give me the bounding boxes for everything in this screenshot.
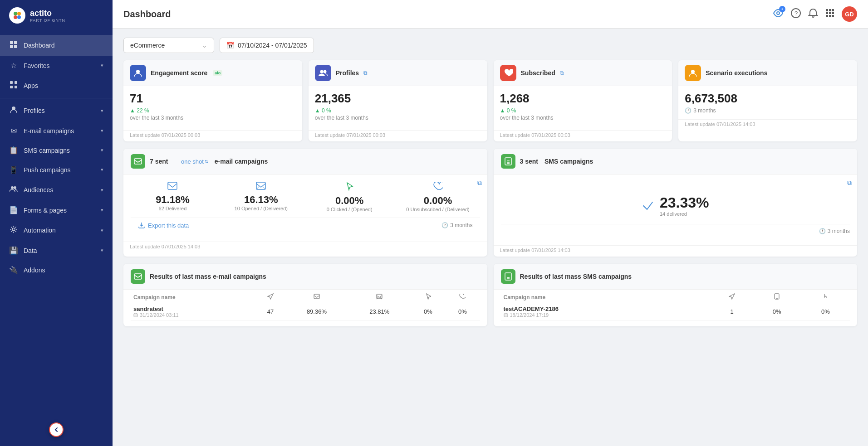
campaign-date: 31/12/2024 03:11 bbox=[133, 312, 253, 318]
logo-name: actito bbox=[30, 9, 65, 18]
subscribed-value: 1,268 bbox=[500, 92, 666, 106]
avatar[interactable]: GD bbox=[842, 6, 857, 22]
sidebar-item-automation-label: Automation bbox=[24, 227, 95, 234]
help-icon[interactable]: ? bbox=[791, 8, 801, 20]
chevron-down-icon: ▾ bbox=[101, 128, 103, 134]
main-area: Dashboard 1 ? GD eCommerce ⌄ bbox=[113, 0, 868, 446]
email-results-title: Results of last mass e-mail campaigns bbox=[150, 273, 266, 280]
subscribed-body: 1,268 ▲ 0 % over the last 3 months bbox=[494, 86, 672, 128]
export-data-link[interactable]: Export this data bbox=[138, 222, 189, 229]
sidebar-item-profiles[interactable]: Profiles ▾ bbox=[0, 100, 113, 121]
chevron-down-icon: ▾ bbox=[101, 63, 103, 68]
email-col-opened bbox=[348, 290, 411, 303]
sms-results-title: Results of last mass SMS campaigns bbox=[520, 273, 632, 280]
email-campaign-footer: Export this data 🕐 3 months bbox=[131, 218, 480, 233]
email-ext-link-icon[interactable]: ⧉ bbox=[477, 179, 482, 187]
engagement-score-card: Engagement score aio 71 ▲ 22 % over the … bbox=[123, 60, 302, 141]
clicked-icon bbox=[308, 182, 392, 193]
aio-badge: aio bbox=[213, 70, 222, 76]
svg-point-30 bbox=[323, 70, 326, 73]
svg-rect-23 bbox=[829, 12, 831, 14]
logo-icon bbox=[9, 7, 25, 24]
sms-delivered-label: 14 delivered bbox=[660, 211, 709, 217]
subscribed-card: Subscribed ⧉ 1,268 ▲ 0 % over the last 3… bbox=[494, 60, 672, 141]
svg-point-16 bbox=[777, 12, 780, 15]
engagement-score-title: Engagement score bbox=[151, 69, 207, 77]
svg-rect-9 bbox=[15, 81, 17, 84]
sidebar-item-forms-pages[interactable]: 📄 Forms & pages ▾ bbox=[0, 200, 113, 220]
svg-point-29 bbox=[320, 70, 323, 73]
profiles-ext-link[interactable]: ⧉ bbox=[363, 70, 368, 76]
chevron-down-icon: ▾ bbox=[101, 147, 103, 153]
sidebar-item-profiles-label: Profiles bbox=[24, 107, 95, 114]
page-title: Dashboard bbox=[123, 9, 171, 19]
one-shot-select[interactable]: one shot ⇅ bbox=[181, 158, 208, 165]
sidebar-collapse-button[interactable] bbox=[49, 422, 64, 437]
engagement-icon bbox=[130, 65, 146, 81]
svg-rect-36 bbox=[134, 274, 142, 279]
email-results-card: Results of last mass e-mail campaigns Ca… bbox=[123, 264, 487, 326]
subscribed-icon bbox=[500, 65, 516, 81]
sidebar-item-addons[interactable]: 🔌 Addons bbox=[0, 260, 113, 280]
universe-select[interactable]: eCommerce ⌄ bbox=[123, 38, 214, 53]
email-campaign-card: 7 sent one shot ⇅ e-mail campaigns ⧉ bbox=[123, 149, 487, 257]
campaign-name: sandratest bbox=[133, 305, 253, 312]
sidebar: actito PART OF GNTN Dashboard ☆ Favorite… bbox=[0, 0, 113, 446]
chevron-down-icon: ▾ bbox=[101, 167, 103, 173]
sms-campaign-date: 18/12/2024 17:19 bbox=[504, 312, 709, 318]
profiles-footer: Latest update 07/01/2025 00:03 bbox=[309, 130, 487, 141]
clicked-percent: 0.00% bbox=[308, 195, 392, 207]
sidebar-item-audiences[interactable]: Audiences ▾ bbox=[0, 179, 113, 200]
opened-metric: 16.13% 10 Opened / (Delivered) bbox=[219, 182, 303, 212]
svg-rect-8 bbox=[10, 81, 13, 84]
sidebar-item-apps[interactable]: Apps bbox=[0, 75, 113, 96]
unsubscribed-icon bbox=[396, 182, 480, 193]
logo-subtitle: PART OF GNTN bbox=[30, 18, 65, 23]
sms-col-clicked bbox=[801, 290, 850, 303]
email-results-header: Results of last mass e-mail campaigns bbox=[123, 264, 487, 290]
sidebar-item-push-campaigns[interactable]: 📱 Push campaigns ▾ bbox=[0, 160, 113, 179]
grid-icon[interactable] bbox=[825, 9, 834, 20]
sidebar-item-email-campaigns[interactable]: ✉ E-mail campaigns ▾ bbox=[0, 121, 113, 141]
sidebar-item-sms-campaigns[interactable]: 📋 SMS campaigns ▾ bbox=[0, 141, 113, 160]
sidebar-item-data-label: Data bbox=[24, 247, 95, 254]
profiles-header: Profiles ⧉ bbox=[309, 60, 487, 86]
eye-icon[interactable]: 1 bbox=[773, 8, 784, 21]
sidebar-item-data[interactable]: 💾 Data ▾ bbox=[0, 241, 113, 260]
email-campaign-header: 7 sent one shot ⇅ e-mail campaigns bbox=[123, 149, 487, 175]
sidebar-item-audiences-label: Audiences bbox=[24, 186, 95, 194]
email-row-delivered: 89.36% bbox=[285, 303, 348, 321]
svg-rect-33 bbox=[168, 182, 177, 189]
email-row-opened: 23.81% bbox=[348, 303, 411, 321]
unsubscribed-metric: 0.00% 0 Unsubscribed / (Delivered) bbox=[396, 182, 480, 212]
sms-table-row: testACADEMY-2186 18/12/2024 17:19 1 0% 0… bbox=[501, 303, 850, 321]
sms-ext-link-icon[interactable]: ⧉ bbox=[847, 179, 852, 187]
scenario-clock-period: 3 months bbox=[693, 107, 716, 114]
email-clock-period: 3 months bbox=[450, 222, 472, 228]
sidebar-item-automation[interactable]: Automation ▾ bbox=[0, 220, 113, 241]
sms-campaign-name: testACADEMY-2186 bbox=[504, 305, 709, 312]
svg-rect-21 bbox=[832, 9, 834, 11]
sidebar-item-favorites[interactable]: ☆ Favorites ▾ bbox=[0, 56, 113, 75]
push-icon: 📱 bbox=[9, 165, 18, 174]
opened-percent: 16.13% bbox=[219, 194, 303, 206]
svg-point-3 bbox=[17, 15, 21, 19]
date-range-value: 07/10/2024 - 07/01/2025 bbox=[238, 42, 307, 49]
chevron-up-down-icon: ⇅ bbox=[205, 159, 208, 164]
bell-icon[interactable] bbox=[808, 8, 818, 20]
svg-text:?: ? bbox=[794, 10, 798, 17]
opened-icon bbox=[219, 182, 303, 192]
email-col-clicked bbox=[411, 290, 446, 303]
sidebar-item-dashboard[interactable]: Dashboard bbox=[0, 35, 113, 56]
svg-point-31 bbox=[691, 70, 695, 73]
sidebar-item-forms-label: Forms & pages bbox=[24, 207, 95, 214]
subscribed-ext-link[interactable]: ⧉ bbox=[560, 70, 564, 76]
sms-campaign-card: 3 sent SMS campaigns ⧉ 23.33% 14 deliver… bbox=[494, 149, 858, 257]
audiences-icon bbox=[9, 185, 18, 195]
date-range-picker[interactable]: 📅 07/10/2024 - 07/01/2025 bbox=[220, 38, 314, 53]
profiles-period: over the last 3 months bbox=[315, 115, 481, 121]
clock-icon: 🕐 bbox=[819, 228, 826, 234]
sidebar-item-sms-label: SMS campaigns bbox=[24, 147, 95, 154]
svg-rect-11 bbox=[15, 86, 17, 88]
sidebar-item-apps-label: Apps bbox=[24, 82, 103, 89]
